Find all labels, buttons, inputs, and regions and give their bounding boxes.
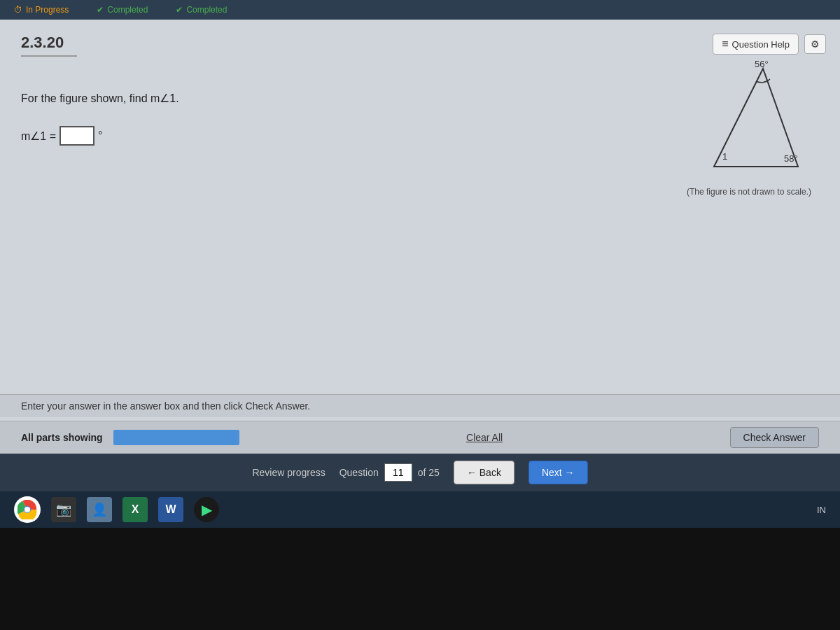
angle-56-label: 56° <box>755 59 769 69</box>
taskbar: 📷 👤 X W ▶ IN <box>0 491 840 528</box>
list-icon: ≡ <box>722 38 728 50</box>
status-completed-1: ✔ Completed <box>97 5 148 15</box>
next-button[interactable]: Next → <box>528 461 588 484</box>
instruction-bar: Enter your answer in the answer box and … <box>0 394 840 417</box>
angle-58-label: 58° <box>784 153 798 164</box>
excel-icon[interactable]: X <box>122 497 148 522</box>
answer-label: m∠1 = <box>21 130 56 143</box>
gear-button[interactable]: ⚙ <box>804 34 826 54</box>
instruction-text: Enter your answer in the answer box and … <box>21 400 310 412</box>
taskbar-time: IN <box>817 505 826 515</box>
word-icon[interactable]: W <box>158 497 183 522</box>
progress-bar <box>113 430 239 445</box>
check-answer-button[interactable]: Check Answer <box>730 427 819 448</box>
parts-bar: All parts showing Clear All Check Answer <box>0 421 840 454</box>
question-nav-label: Question <box>340 467 379 478</box>
answer-input[interactable] <box>59 126 94 146</box>
question-help-static: Question Help <box>732 39 790 50</box>
triangle-figure: 56° 1 58° <box>679 62 805 181</box>
back-button[interactable]: ← Back <box>454 461 514 484</box>
play-icon[interactable]: ▶ <box>194 497 219 522</box>
top-status-bar: ⏱ In Progress ✔ Completed ✔ Completed <box>0 0 840 20</box>
svg-point-3 <box>24 507 30 512</box>
camera-icon[interactable]: 📷 <box>51 497 76 522</box>
question-number-input[interactable] <box>384 463 412 482</box>
degree-label: ° <box>98 130 102 142</box>
chrome-svg <box>18 500 37 519</box>
taskbar-right: IN <box>817 503 826 516</box>
main-content: 2.3.20 ≡ Review progress ⚙ ≡ Review prog… <box>0 20 840 454</box>
question-number: 2.3.20 <box>21 34 77 57</box>
question-help-button-2[interactable]: ≡ Review progress Question Help <box>713 34 799 55</box>
question-nav: Question of 25 <box>340 463 440 482</box>
clear-all-button[interactable]: Clear All <box>466 432 503 443</box>
chrome-icon[interactable] <box>14 496 41 523</box>
status-completed-2: ✔ Completed <box>176 5 227 15</box>
status-in-progress: ⏱ In Progress <box>14 5 69 15</box>
figure-container: 56° 1 58° (The figure is not drawn to sc… <box>679 62 819 202</box>
review-progress-button[interactable]: Review progress <box>252 467 325 478</box>
nav-bar: Review progress Question of 25 ← Back Ne… <box>0 454 840 491</box>
dark-area <box>0 528 840 630</box>
of-label: of 25 <box>418 467 440 478</box>
user-icon[interactable]: 👤 <box>87 497 112 522</box>
gear-icon-2: ⚙ <box>811 38 820 50</box>
parts-label: All parts showing <box>21 432 103 443</box>
figure-caption: (The figure is not drawn to scale.) <box>679 187 819 197</box>
angle-1-label: 1 <box>722 151 727 162</box>
parts-left: All parts showing <box>21 430 239 445</box>
